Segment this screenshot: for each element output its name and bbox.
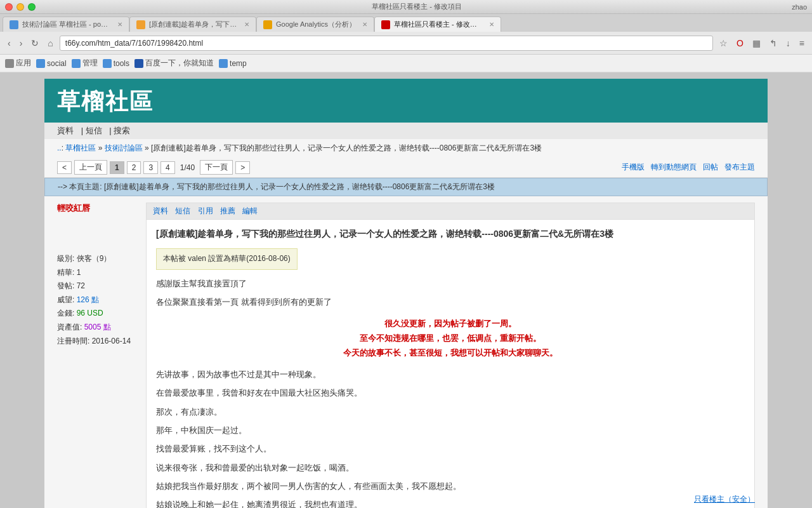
tab-1-close[interactable]: ✕ xyxy=(117,21,122,28)
window-controls[interactable] xyxy=(5,3,36,11)
post-thanks: 感謝版主幫我直接置頂了 xyxy=(156,276,745,291)
tab-2-close[interactable]: ✕ xyxy=(244,21,249,28)
dynamic-page-link[interactable]: 轉到動態網頁 xyxy=(651,162,697,173)
page-next-text[interactable]: 下一頁 xyxy=(200,160,233,175)
bookmark-baidu[interactable]: 百度一下，你就知道 xyxy=(134,58,214,69)
red-line-1: 很久没更新，因为帖子被删了一周。 xyxy=(156,316,745,331)
folder-icon-3 xyxy=(103,59,112,68)
breadcrumb-dots[interactable]: .. xyxy=(57,144,62,152)
username-link[interactable]: 輕咬紅唇 xyxy=(57,203,90,213)
site-title: 草榴社區 xyxy=(57,86,755,117)
toolbar-message[interactable]: 短信 xyxy=(175,206,190,215)
url-input[interactable] xyxy=(60,36,713,51)
breadcrumb-tech[interactable]: 技術討論區 xyxy=(105,144,143,152)
back-button[interactable]: ‹ xyxy=(5,37,13,50)
tab-1-label: 技術討論區 草榴社區 - powe... xyxy=(22,20,111,29)
bookmark-apps[interactable]: 应用 xyxy=(5,58,31,69)
post-thanks2: 各位聚聚直接看第一頁 就看得到到所有的更新了 xyxy=(156,295,745,309)
home-button[interactable]: ⌂ xyxy=(45,37,55,50)
menu-button[interactable]: ≡ xyxy=(797,37,807,50)
qr-icon[interactable]: ▦ xyxy=(750,37,763,50)
post-title: [原創連載]趁着单身，写下我的那些过往男人，记录一个女人的性爱之路，谢绝转载--… xyxy=(156,226,745,242)
tab-3[interactable]: Google Analytics（分析） ✕ xyxy=(256,17,374,32)
red-line-2: 至今不知违规在哪里，也罢，低调点，重新开帖。 xyxy=(156,331,745,345)
red-line-3: 今天的故事不长，甚至很短，我想可以开帖和大家聊聊天。 xyxy=(156,345,745,360)
page-3[interactable]: 3 xyxy=(143,161,158,174)
breadcrumb-home[interactable]: 草榴社區 xyxy=(65,144,96,152)
toolbar-recommend[interactable]: 推薦 xyxy=(220,206,235,215)
share-button[interactable]: ↰ xyxy=(767,37,780,50)
user-posts: 發帖: 72 xyxy=(57,279,140,293)
pagination-bar: < 上一頁 1 2 3 4 1/40 下一頁 > 手機版 轉到動態網頁 回帖 發… xyxy=(44,157,768,178)
user-sidebar: 輕咬紅唇 級別: 俠客（9） 精華: 1 發帖: 72 威望: 126 點 金錢… xyxy=(57,203,140,508)
tab-4-favicon xyxy=(381,20,390,29)
bookmark-tools[interactable]: tools xyxy=(103,59,129,68)
tab-2[interactable]: [原創連載]趁着单身，写下那 » ✕ xyxy=(129,17,256,32)
post-topic-link[interactable]: 發布主題 xyxy=(724,162,755,173)
site-header: 草榴社區 xyxy=(44,79,768,123)
page-1[interactable]: 1 xyxy=(110,161,124,174)
user-info: 級別: 俠客（9） 精華: 1 發帖: 72 威望: 126 點 金錢: 96 … xyxy=(57,252,140,348)
user-level: 級別: 俠客（9） xyxy=(57,252,140,266)
thread-title-text: --> 本頁主題: [原創連載]趁着单身，写下我的那些过往男人，记录一个女人的性… xyxy=(58,182,495,191)
bookmark-social[interactable]: social xyxy=(36,59,67,68)
page-wrapper: 草榴社區 資料 | 短信 | 搜索 ..: 草榴社區 » 技術討論區 » [原創… xyxy=(0,72,812,508)
para-4: 那年，中秋国庆一起过。 xyxy=(156,423,745,438)
bookmark-tools-label: tools xyxy=(114,59,129,68)
reload-button[interactable]: ↻ xyxy=(29,37,41,50)
reply-link[interactable]: 回帖 xyxy=(703,162,718,173)
para-1: 先讲故事，因为故事也不过是其中一种现象。 xyxy=(156,367,745,382)
tab-bar: 技術討論區 草榴社區 - powe... ✕ [原創連載]趁着单身，写下那 » … xyxy=(0,14,812,32)
nav-search[interactable]: 搜索 xyxy=(114,126,130,135)
bookmark-temp[interactable]: temp xyxy=(219,59,247,68)
tab-1-favicon xyxy=(10,20,18,29)
page-4[interactable]: 4 xyxy=(160,161,175,174)
close-button[interactable] xyxy=(5,3,13,11)
tab-2-label: [原創連載]趁着单身，写下那 » xyxy=(149,20,238,29)
downloads-button[interactable]: ↓ xyxy=(783,37,793,50)
tab-2-favicon xyxy=(136,20,145,29)
para-5: 找曾最爱算账，找不到这个人。 xyxy=(156,441,745,456)
bookmark-star[interactable]: ☆ xyxy=(717,37,730,50)
folder-icon-4 xyxy=(219,59,228,68)
user-label: zhao xyxy=(792,3,807,11)
baidu-icon xyxy=(134,59,143,68)
bookmark-manage[interactable]: 管理 xyxy=(72,58,98,69)
tab-3-close[interactable]: ✕ xyxy=(362,21,367,28)
opera-icon[interactable]: O xyxy=(734,37,746,50)
mobile-link[interactable]: 手機版 xyxy=(622,162,645,173)
page-prev-btn[interactable]: < xyxy=(57,161,72,174)
toolbar-quote[interactable]: 引用 xyxy=(198,206,213,215)
thread-area: 輕咬紅唇 級別: 俠客（9） 精華: 1 發帖: 72 威望: 126 點 金錢… xyxy=(44,196,768,508)
bookmark-apps-label: 应用 xyxy=(16,58,31,69)
minimize-button[interactable] xyxy=(16,3,24,11)
toolbar-edit[interactable]: 編輯 xyxy=(242,206,258,215)
page-prev-text[interactable]: 上一頁 xyxy=(74,160,107,175)
post-toolbar: 資料 短信 引用 推薦 編輯 xyxy=(147,203,754,220)
forward-button[interactable]: › xyxy=(17,37,25,50)
para-3: 那次，有点凄凉。 xyxy=(156,404,745,419)
bookmark-manage-label: 管理 xyxy=(82,58,98,69)
address-bar: ‹ › ↻ ⌂ ☆ O ▦ ↰ ↓ ≡ xyxy=(0,32,812,55)
tab-1[interactable]: 技術討論區 草榴社區 - powe... ✕ xyxy=(3,17,129,32)
page-next-btn[interactable]: > xyxy=(235,161,250,174)
bookmark-baidu-label: 百度一下，你就知道 xyxy=(145,58,214,69)
apps-icon xyxy=(5,59,14,68)
page-2[interactable]: 2 xyxy=(127,161,141,174)
tab-3-label: Google Analytics（分析） xyxy=(276,20,356,29)
bookmark-temp-label: temp xyxy=(230,59,247,68)
post-content: 資料 短信 引用 推薦 編輯 [原創連載]趁着单身，写下我的那些过往男人，记录一… xyxy=(146,203,755,508)
user-weiwang: 威望: 126 點 xyxy=(57,293,140,307)
site-nav: 資料 | 短信 | 搜索 xyxy=(44,123,768,139)
nav-data[interactable]: 資料 xyxy=(57,126,74,135)
user-asset: 資產值: 5005 點 xyxy=(57,321,140,335)
tab-4-close[interactable]: ✕ xyxy=(489,21,494,28)
view-author-safe[interactable]: 只看楼主（安全） xyxy=(649,492,755,507)
user-money: 金錢: 96 USD xyxy=(57,307,140,321)
page-content: 草榴社區 資料 | 短信 | 搜索 ..: 草榴社區 » 技術討論區 » [原創… xyxy=(44,79,768,508)
nav-message[interactable]: 短信 xyxy=(86,126,102,135)
maximize-button[interactable] xyxy=(28,3,36,11)
user-register: 注冊時間: 2016-06-14 xyxy=(57,335,140,349)
toolbar-data[interactable]: 資料 xyxy=(153,206,168,215)
tab-4[interactable]: 草榴社區只看楼主 - 修改項目 × ✕ xyxy=(374,17,501,32)
